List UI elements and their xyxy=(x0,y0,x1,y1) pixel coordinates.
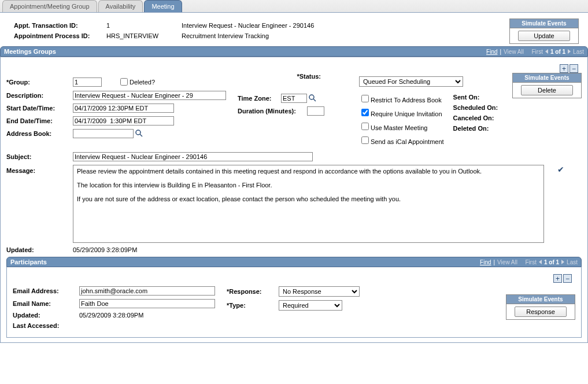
spellcheck-icon[interactable]: ✔ xyxy=(557,165,564,174)
proc-id-value: HRS_INTERVIEW xyxy=(106,32,182,39)
part-remove-row-button[interactable]: − xyxy=(563,274,572,283)
delete-button[interactable]: Delete xyxy=(521,85,573,95)
group-input[interactable] xyxy=(73,77,102,87)
update-button[interactable]: Update xyxy=(518,31,570,41)
ical-label: Send as iCal Appointment xyxy=(371,138,444,145)
email-address-input[interactable] xyxy=(79,286,215,296)
restrict-checkbox[interactable] xyxy=(361,95,369,102)
start-label: Start Date/Time: xyxy=(6,105,73,112)
scheduled-on-label: Scheduled On: xyxy=(453,104,511,111)
tab-bar: Appointment/Meeting Group Availability M… xyxy=(0,0,588,13)
part-nav-find[interactable]: Find xyxy=(480,259,491,265)
tz-input[interactable] xyxy=(281,94,307,103)
deleted-on-label: Deleted On: xyxy=(453,125,511,132)
part-nav-count: 1 of 1 xyxy=(544,259,559,265)
deleted-label: Deleted? xyxy=(130,79,155,86)
part-updated-value: 05/29/2009 3:28:09PM xyxy=(79,312,143,319)
simulate-delete-box: Simulate Events Delete xyxy=(512,73,582,98)
tz-lookup-icon[interactable] xyxy=(309,94,317,102)
tab-group[interactable]: Appointment/Meeting Group xyxy=(2,0,97,12)
canceled-on-label: Canceled On: xyxy=(453,115,511,121)
svg-point-0 xyxy=(136,130,140,135)
simulate-title-update: Simulate Events xyxy=(510,19,578,28)
simulate-title-response: Simulate Events xyxy=(506,295,575,304)
svg-point-2 xyxy=(309,95,314,99)
message-label: Message: xyxy=(6,165,73,174)
subject-input[interactable] xyxy=(73,152,313,161)
master-label: Use Master Meeting xyxy=(371,124,427,131)
nav-find[interactable]: Find xyxy=(486,49,497,55)
part-add-row-button[interactable]: + xyxy=(553,274,562,283)
participants-panel: + − Email Address: Email Name: Updated: … xyxy=(6,267,582,338)
response-select[interactable]: No Response xyxy=(279,286,360,297)
part-nav-viewall: View All xyxy=(497,259,517,265)
dur-input[interactable] xyxy=(307,106,324,116)
part-nav-prev-icon xyxy=(539,260,542,264)
last-accessed-label: Last Accessed: xyxy=(13,322,79,329)
nav-prev-icon xyxy=(545,49,548,54)
updated-label: Updated: xyxy=(6,246,73,253)
meetings-groups-header: Meetings Groups Find | View All First 1 … xyxy=(0,46,588,57)
desc-label: Description: xyxy=(6,92,73,99)
ab-input[interactable] xyxy=(73,129,134,138)
end-input[interactable] xyxy=(73,116,174,125)
response-label: Response: xyxy=(227,288,279,295)
sent-on-label: Sent On: xyxy=(453,94,511,101)
meetings-groups-title: Meetings Groups xyxy=(4,48,56,55)
nav-viewall: View All xyxy=(504,49,524,55)
email-name-input[interactable] xyxy=(79,299,215,308)
nav-last: Last xyxy=(573,49,584,55)
status-label: Status: xyxy=(238,73,324,80)
ical-checkbox[interactable] xyxy=(361,136,369,144)
nav-first: First xyxy=(532,49,543,55)
participants-header: Participants Find | View All First 1 of … xyxy=(6,257,582,267)
ab-label: Address Book: xyxy=(6,130,73,137)
group-label: Group: xyxy=(6,79,73,86)
svg-line-1 xyxy=(140,134,142,136)
deleted-checkbox-wrap[interactable]: Deleted? xyxy=(118,76,155,87)
status-select[interactable]: Queued For Scheduling xyxy=(359,76,463,87)
proc-desc: Recruitment Interview Tracking xyxy=(182,32,269,39)
tab-meeting[interactable]: Meeting xyxy=(144,0,182,12)
restrict-label: Restrict To Address Book xyxy=(371,97,442,104)
response-button[interactable]: Response xyxy=(515,307,567,317)
email-address-label: Email Address: xyxy=(13,287,79,294)
type-select[interactable]: Required xyxy=(279,300,342,311)
unique-label: Require Unique Invitation xyxy=(371,110,442,117)
ab-lookup-icon[interactable] xyxy=(135,130,143,138)
participants-title: Participants xyxy=(10,259,47,265)
part-nav-last: Last xyxy=(567,259,578,265)
nav-count: 1 of 1 xyxy=(550,49,565,55)
start-input[interactable] xyxy=(73,104,174,113)
txn-id-value: 1 xyxy=(106,22,182,29)
simulate-response-box: Simulate Events Response xyxy=(506,294,575,320)
simulate-update-box: Simulate Events Update xyxy=(509,19,579,44)
tab-availability[interactable]: Availability xyxy=(98,0,143,12)
end-label: End Date/Time: xyxy=(6,117,73,124)
part-nav-next-icon xyxy=(561,260,564,264)
remove-row-button[interactable]: − xyxy=(569,64,578,73)
meetings-groups-panel: + − Group: Deleted? Description: Start D… xyxy=(0,57,588,343)
simulate-title-delete: Simulate Events xyxy=(513,73,581,83)
deleted-checkbox[interactable] xyxy=(120,78,128,86)
tz-label: Time Zone: xyxy=(238,95,281,102)
txn-desc: Interview Request - Nuclear Engineer - 2… xyxy=(182,22,314,29)
unique-checkbox[interactable] xyxy=(361,109,369,116)
proc-id-label: Appointment Process ID: xyxy=(14,32,106,39)
desc-input[interactable] xyxy=(73,91,226,100)
subject-label: Subject: xyxy=(6,153,73,160)
nav-next-icon xyxy=(568,49,571,54)
dur-label: Duration (Minutes): xyxy=(238,108,307,115)
updated-value: 05/29/2009 3:28:09PM xyxy=(73,246,137,253)
part-nav-first: First xyxy=(526,259,537,265)
svg-line-3 xyxy=(313,99,316,101)
type-label: Type: xyxy=(227,302,279,309)
add-row-button[interactable]: + xyxy=(560,64,568,73)
txn-id-label: Appt. Transaction ID: xyxy=(14,22,106,29)
part-updated-label: Updated: xyxy=(13,312,79,319)
message-textarea[interactable]: Please review the appointment details co… xyxy=(73,165,544,243)
master-checkbox[interactable] xyxy=(361,123,369,130)
email-name-label: Email Name: xyxy=(13,300,79,307)
